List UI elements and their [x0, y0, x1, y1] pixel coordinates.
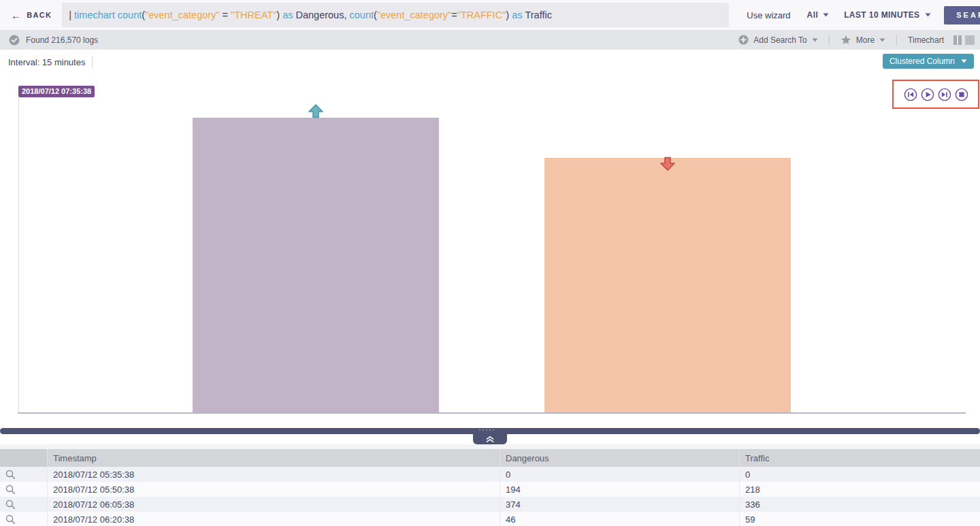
- spacer: [0, 444, 980, 449]
- scope-label: All: [807, 10, 819, 20]
- status-bar-tools: Add Search To More Timechart: [738, 35, 980, 46]
- search-icon[interactable]: [5, 514, 16, 525]
- timestamp-cell: 2018/07/12 06:20:38: [48, 512, 500, 526]
- playback-controls-highlight-box: [892, 80, 979, 109]
- check-circle-icon: [9, 35, 20, 46]
- table-row: 2018/07/12 05:50:38 194 218: [0, 482, 980, 497]
- time-range-dropdown[interactable]: LAST 10 MINUTES: [844, 10, 930, 20]
- up-arrow-annotation-icon: [308, 104, 324, 121]
- scope-dropdown[interactable]: All: [807, 10, 830, 20]
- drag-dots-icon: [479, 429, 494, 431]
- view-switcher: [953, 35, 975, 45]
- table-header-icon-column: [0, 449, 48, 467]
- stop-button[interactable]: [955, 88, 968, 101]
- row-icon-cell: [0, 497, 48, 512]
- back-arrow-icon: ←: [11, 10, 22, 20]
- table-header-dangerous[interactable]: Dangerous: [500, 449, 740, 467]
- dangerous-cell: 46: [500, 512, 740, 526]
- timestamp-cell: 2018/07/12 06:05:38: [48, 497, 500, 512]
- search-icon[interactable]: [5, 470, 16, 480]
- chevron-down-icon: [812, 38, 818, 42]
- row-icon-cell: [0, 512, 48, 526]
- divider: [92, 56, 93, 69]
- plot-left-border: [18, 97, 19, 413]
- chart-type-label: Clustered Column: [889, 56, 955, 66]
- bar-dangerous[interactable]: [193, 118, 439, 413]
- table-header-traffic[interactable]: Traffic: [740, 449, 980, 467]
- down-arrow-annotation-icon: [659, 157, 676, 174]
- use-wizard-link[interactable]: Use wizard: [747, 10, 790, 20]
- play-button[interactable]: [921, 88, 934, 101]
- back-label: BACK: [27, 11, 52, 19]
- chevron-down-icon: [925, 13, 931, 17]
- table-view-icon[interactable]: [965, 35, 975, 45]
- chevron-down-icon: [823, 13, 829, 17]
- status-bar: Found 216,570 logs Add Search To More T: [0, 30, 980, 50]
- search-status: Found 216,570 logs: [9, 35, 98, 46]
- traffic-cell: 59: [740, 512, 980, 526]
- row-icon-cell: [0, 482, 48, 497]
- divider: [829, 35, 830, 46]
- add-search-to-label: Add Search To: [753, 35, 807, 45]
- top-header: ← BACK | timechart count("event_category…: [0, 0, 980, 30]
- star-icon: [840, 35, 851, 45]
- more-menu[interactable]: More: [840, 35, 885, 45]
- skip-to-start-button[interactable]: [904, 88, 917, 101]
- chart-panel: Interval: 15 minutes Clustered Column 20…: [0, 50, 980, 428]
- table-header-row: Timestamp Dangerous Traffic: [0, 449, 980, 467]
- chart-type-dropdown[interactable]: Clustered Column: [883, 54, 974, 69]
- search-button[interactable]: SEARCH: [944, 6, 980, 24]
- row-icon-cell: [0, 467, 48, 482]
- results-table: Timestamp Dangerous Traffic 2018/07/12 0…: [0, 449, 980, 526]
- traffic-cell: 0: [740, 467, 980, 482]
- dangerous-cell: 194: [500, 482, 740, 497]
- interval-indicator: Interval: 15 minutes: [8, 56, 93, 69]
- table-row: 2018/07/12 05:35:38 0 0: [0, 467, 980, 482]
- column-chart-view-icon[interactable]: [953, 35, 962, 45]
- results-table-body: 2018/07/12 05:35:38 0 0 2018/07/12 05:50…: [0, 467, 980, 526]
- skip-to-end-button[interactable]: [938, 88, 951, 101]
- table-header-timestamp[interactable]: Timestamp: [48, 449, 500, 467]
- found-logs-text: Found 216,570 logs: [26, 35, 98, 45]
- collapse-table-button[interactable]: [473, 434, 507, 444]
- search-icon[interactable]: [5, 499, 16, 510]
- x-axis-line: [18, 412, 966, 414]
- bar-traffic[interactable]: [544, 158, 791, 413]
- table-row: 2018/07/12 06:05:38 374 336: [0, 497, 980, 512]
- query-input[interactable]: | timechart count("event_category" = "TH…: [62, 3, 729, 27]
- traffic-cell: 218: [740, 482, 980, 497]
- chevron-down-icon: [961, 59, 967, 63]
- chevron-down-icon: [879, 38, 885, 42]
- chart-tooltip: 2018/07/12 07:35:38: [18, 86, 95, 97]
- view-mode-label: Timechart: [908, 35, 944, 45]
- dangerous-cell: 0: [500, 467, 740, 482]
- time-range-label: LAST 10 MINUTES: [844, 10, 919, 20]
- app-window: ← BACK | timechart count("event_category…: [0, 0, 980, 526]
- search-icon[interactable]: [5, 484, 16, 495]
- timestamp-cell: 2018/07/12 05:35:38: [48, 467, 500, 482]
- double-chevron-up-icon: [485, 436, 495, 442]
- plus-circle-icon: [738, 35, 749, 45]
- back-button[interactable]: ← BACK: [11, 10, 52, 20]
- table-row: 2018/07/12 06:20:38 46 59: [0, 512, 980, 526]
- more-label: More: [856, 35, 875, 45]
- interval-label: Interval: 15 minutes: [8, 57, 85, 67]
- traffic-cell: 336: [740, 497, 980, 512]
- timestamp-cell: 2018/07/12 05:50:38: [48, 482, 500, 497]
- add-search-to-menu[interactable]: Add Search To: [738, 35, 818, 45]
- dangerous-cell: 374: [500, 497, 740, 512]
- divider: [896, 35, 897, 46]
